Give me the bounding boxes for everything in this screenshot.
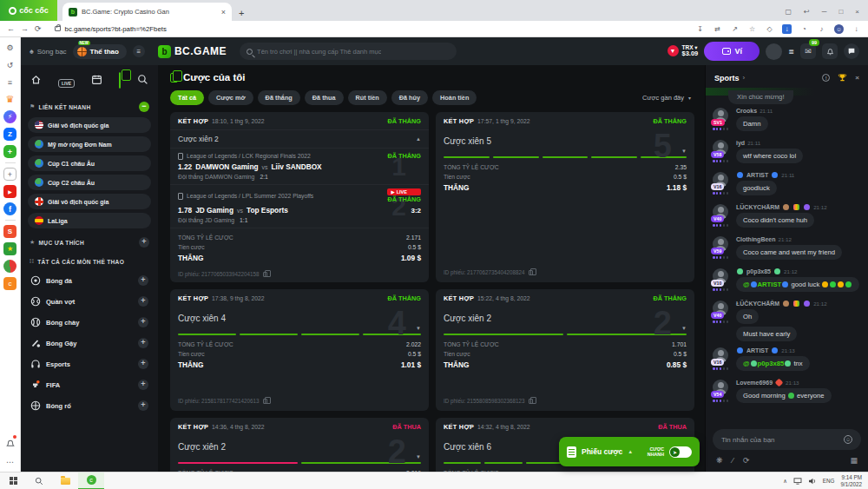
add-sport-button[interactable]: +	[138, 359, 148, 369]
tray-expand-icon[interactable]: ∧	[783, 478, 787, 484]
keyboard-icon[interactable]: ▦	[850, 456, 858, 465]
collapse-quick-links-button[interactable]: −	[139, 102, 149, 112]
filter-Hoàn tiền[interactable]: Hoàn tiền	[432, 90, 477, 105]
mention[interactable]: @	[743, 360, 750, 367]
save-icon[interactable]: ↧	[695, 25, 705, 33]
share-icon[interactable]: ↗	[730, 25, 740, 33]
sidebar-sport-1[interactable]: Quần vợt+	[28, 291, 151, 312]
forward-icon[interactable]: →	[21, 24, 29, 33]
history-icon[interactable]: ↺	[3, 58, 16, 71]
sidebar-quicklink-0[interactable]: Giải vô địch quốc gia	[28, 117, 151, 133]
add-sport-button[interactable]: +	[138, 380, 148, 390]
chat-toggle-button[interactable]	[844, 43, 859, 59]
sidebar-sport-6[interactable]: Bóng rổ+	[28, 395, 151, 416]
parlay-title-row[interactable]: Cược xiên 55▼	[436, 129, 694, 156]
chat-room-label[interactable]: Sports	[714, 74, 740, 83]
settings-icon[interactable]: ⚙	[3, 41, 16, 54]
url-field[interactable]: bc.game/sports?bt-path=%2Fbets	[48, 24, 689, 34]
tab-restore-icon[interactable]: ↩	[804, 8, 810, 16]
adblock-shield-icon[interactable]: ◇	[765, 25, 774, 33]
filter-Tất cả[interactable]: Tất cả	[170, 90, 204, 105]
minimize-icon[interactable]: ─	[822, 8, 827, 16]
info-icon[interactable]: !	[822, 74, 830, 82]
add-favorite-button[interactable]: +	[139, 237, 149, 248]
filter-Đã thắng[interactable]: Đã thắng	[258, 90, 300, 105]
sidebar-quicklink-2[interactable]: Cúp C1 châu Âu	[28, 155, 151, 171]
sort-dropdown[interactable]: Cược gần đây▾	[642, 94, 694, 102]
profile-icon[interactable]: ☺	[834, 24, 844, 34]
downloads-icon[interactable]: ↓	[852, 25, 861, 33]
start-button[interactable]	[0, 472, 26, 489]
filter-Cược mở[interactable]: Cược mở	[208, 90, 253, 105]
sidebar-search-button[interactable]	[137, 73, 148, 89]
account-list-icon[interactable]: ≣	[788, 48, 794, 56]
sidebar-quicklink-1[interactable]: Mỹ mở rộng Đơn Nam	[28, 136, 151, 152]
notifications-button[interactable]	[822, 43, 838, 59]
idm-download-icon[interactable]: ↓	[782, 24, 792, 34]
add-icon[interactable]: +	[3, 168, 16, 181]
sidebar-schedule-button[interactable]	[91, 73, 102, 89]
my-bets-icon[interactable]	[119, 72, 121, 89]
cart-icon[interactable]: c	[3, 277, 16, 290]
chat-input[interactable]: Tin nhắn của bạn ☺	[713, 429, 861, 450]
language-indicator[interactable]: ENG	[823, 478, 835, 484]
nav-sports[interactable]: NEW Thể thao	[73, 44, 127, 59]
trophy-icon[interactable]	[838, 73, 847, 83]
back-icon[interactable]: ←	[7, 24, 15, 33]
more-icon[interactable]: ⋯	[3, 455, 16, 468]
extension-bell-icon[interactable]: ◔	[799, 25, 809, 33]
filter-Đã hủy[interactable]: Đã hủy	[391, 90, 428, 105]
file-explorer-button[interactable]	[52, 472, 78, 489]
mail-button[interactable]: ✉ 99	[800, 43, 816, 59]
add-sport-button[interactable]: +	[138, 338, 148, 348]
filter-Đã thua[interactable]: Đã thua	[305, 90, 344, 105]
sidebar-sport-5[interactable]: FIFA+	[28, 374, 151, 395]
youtube-icon[interactable]: ▶	[3, 185, 16, 198]
mention[interactable]: ARTIST	[758, 281, 782, 288]
menu-icon[interactable]: ≡	[133, 45, 145, 57]
rain-icon[interactable]: ❋	[716, 456, 723, 465]
sidebar-sport-0[interactable]: Bóng đá+	[28, 270, 151, 291]
parlay-title-row[interactable]: Cược xiên 22▼	[170, 435, 429, 462]
sidebar-sport-2[interactable]: Bóng chày+	[28, 312, 151, 333]
new-tab-button[interactable]: +	[239, 8, 244, 18]
filter-Rút tiền[interactable]: Rút tiền	[348, 90, 387, 105]
tab-search-icon[interactable]: ▢	[786, 8, 792, 16]
wallet-button[interactable]: Ví	[704, 42, 760, 61]
facebook-icon[interactable]: f	[3, 202, 16, 215]
parlay-title-row[interactable]: Cược xiên 22▼	[436, 307, 694, 334]
extension-media-icon[interactable]: ♪	[817, 25, 826, 33]
refresh-icon[interactable]: ⟳	[743, 456, 750, 465]
shopee-icon[interactable]: S	[3, 225, 16, 238]
add-sport-button[interactable]: +	[138, 400, 148, 411]
coccoc-brand[interactable]: cốc cốc	[0, 0, 57, 21]
mention[interactable]: p0p3x85	[758, 360, 785, 367]
live-icon[interactable]: LIVE	[58, 79, 75, 88]
copy-icon[interactable]	[529, 399, 533, 404]
copy-icon[interactable]	[263, 399, 267, 404]
parlay-title-row[interactable]: Cược xiên 2▲	[170, 129, 429, 149]
avatar[interactable]	[766, 43, 782, 60]
sports-app-icon[interactable]	[3, 260, 16, 273]
translate-icon[interactable]: ⇄	[713, 25, 722, 33]
quick-bet-toggle[interactable]: ➤	[669, 446, 692, 458]
bcgame-logo[interactable]: b BC.GAME	[158, 45, 227, 58]
parlay-title-row[interactable]: Cược xiên 44▼	[170, 307, 429, 334]
volume-icon[interactable]	[808, 478, 817, 485]
close-icon[interactable]: ×	[855, 8, 859, 16]
clock[interactable]: 9:14 PM9/1/2022	[840, 474, 862, 488]
notification-bell-icon[interactable]	[5, 436, 16, 452]
balance-selector[interactable]: ▼ TRX ▾ $3.09	[667, 44, 699, 57]
game-search-input[interactable]: Tên trò chơi || nhà cung cấp Thẻ danh mụ…	[240, 43, 457, 60]
zalo-icon[interactable]: Z	[3, 128, 16, 141]
sidebar-quicklink-5[interactable]: LaLiga	[28, 213, 151, 228]
messenger-icon[interactable]: ⚡	[3, 110, 16, 123]
gamepad-icon[interactable]: +	[3, 145, 16, 158]
sidebar-live-button[interactable]: LIVE	[58, 73, 75, 89]
tab-close-icon[interactable]: ×	[221, 8, 226, 17]
network-icon[interactable]	[793, 478, 802, 485]
chevron-right-icon[interactable]: ›	[743, 74, 746, 82]
add-sport-button[interactable]: +	[138, 275, 148, 286]
taskbar-search-button[interactable]	[26, 472, 52, 489]
rules-icon[interactable]: ⁄	[733, 456, 734, 465]
